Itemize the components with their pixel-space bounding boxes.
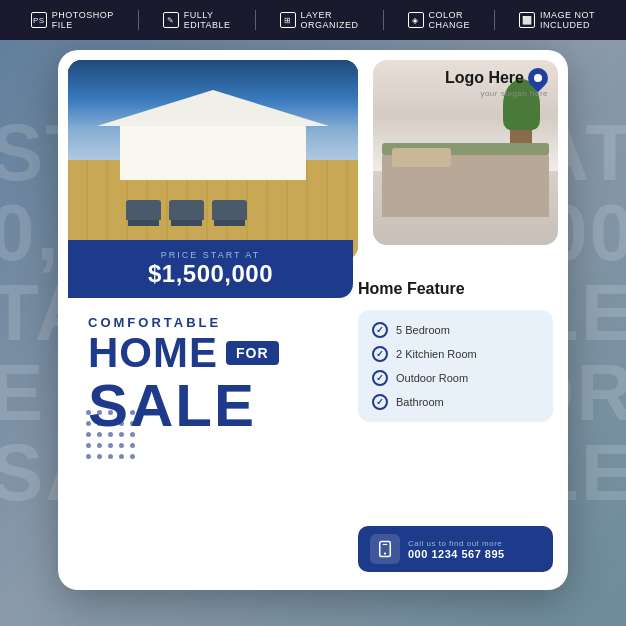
dot <box>108 432 113 437</box>
dot <box>97 432 102 437</box>
color-icon: ◈ <box>408 12 424 28</box>
feature-item-3: ✓ Outdoor Room <box>372 370 539 386</box>
feature-title: Home Feature <box>358 280 553 298</box>
outdoor-image <box>68 60 358 260</box>
topbar-label-color: COLOR CHANGE <box>429 10 471 30</box>
comfortable-label: COMFORTABLE <box>88 315 348 330</box>
feature-item-4: ✓ Bathroom <box>372 394 539 410</box>
divider-4 <box>494 10 495 30</box>
contact-section: Call us to find out more 000 1234 567 89… <box>358 526 553 572</box>
contact-info: Call us to find out more 000 1234 567 89… <box>408 539 541 560</box>
price-value: $1,500,000 <box>148 260 273 288</box>
chair-1 <box>126 200 161 220</box>
for-badge: FOR <box>226 341 279 365</box>
topbar-item-editable: ✎ FULLY EDITABLE <box>163 10 231 30</box>
divider-2 <box>255 10 256 30</box>
dot <box>108 421 113 426</box>
dot-row-3 <box>86 432 135 437</box>
feature-text-1: 5 Bedroom <box>396 324 450 336</box>
topbar-item-image: ⬜ IMAGE NOT INCLUDED <box>519 10 595 30</box>
dot-row-5 <box>86 454 135 459</box>
dot <box>97 454 102 459</box>
feature-text-2: 2 Kitchien Room <box>396 348 477 360</box>
dot <box>119 443 124 448</box>
checkmark-1: ✓ <box>376 325 384 335</box>
home-text: HOME <box>88 332 218 374</box>
bedroom-bed <box>382 153 549 218</box>
dot-row-4 <box>86 443 135 448</box>
dot <box>108 410 113 415</box>
dot-row-2 <box>86 421 135 426</box>
topbar-label-image: IMAGE NOT INCLUDED <box>540 10 595 30</box>
top-bar: PS PHOTOSHOP FILE ✎ FULLY EDITABLE ⊞ LAY… <box>0 0 626 40</box>
price-section: PRICE START AT $1,500,000 <box>68 240 353 298</box>
topbar-item-color: ◈ COLOR CHANGE <box>408 10 471 30</box>
checkmark-2: ✓ <box>376 349 384 359</box>
feature-list: ✓ 5 Bedroom ✓ 2 Kitchien Room ✓ Outdoor … <box>358 310 553 422</box>
layer-icon: ⊞ <box>280 12 296 28</box>
pin-icon <box>524 64 552 92</box>
logo-area: Logo Here your slogan here <box>445 68 548 98</box>
dot <box>86 443 91 448</box>
phone-icon-box <box>370 534 400 564</box>
logo-row: Logo Here <box>445 68 548 88</box>
dot <box>130 443 135 448</box>
check-icon-4: ✓ <box>372 394 388 410</box>
phone-number: 000 1234 567 895 <box>408 548 541 560</box>
main-card: Logo Here your slogan here PRICE START A… <box>58 50 568 590</box>
check-icon-3: ✓ <box>372 370 388 386</box>
topbar-item-layer: ⊞ LAYER ORGANIZED <box>280 10 359 30</box>
chair-3 <box>212 200 247 220</box>
divider-1 <box>138 10 139 30</box>
images-section: Logo Here your slogan here <box>58 50 568 270</box>
price-label: PRICE START AT <box>161 250 260 260</box>
chair-2 <box>169 200 204 220</box>
ps-icon: PS <box>31 12 47 28</box>
home-for-row: HOME FOR <box>88 332 348 374</box>
dot <box>119 454 124 459</box>
logo-text: Logo Here <box>445 69 524 87</box>
outdoor-image-inner <box>68 60 358 260</box>
divider-3 <box>383 10 384 30</box>
dot <box>86 421 91 426</box>
dot <box>86 432 91 437</box>
topbar-label-photoshop: PHOTOSHOP FILE <box>52 10 114 30</box>
checkmark-4: ✓ <box>376 397 384 407</box>
house-roof <box>97 90 329 126</box>
call-us-label: Call us to find out more <box>408 539 541 548</box>
bedroom-pillow <box>392 148 450 167</box>
dot <box>130 454 135 459</box>
dot <box>119 432 124 437</box>
feature-text-4: Bathroom <box>396 396 444 408</box>
deck-chairs <box>126 170 329 220</box>
feature-panel: Home Feature ✓ 5 Bedroom ✓ 2 Kitchien Ro… <box>358 280 553 434</box>
feature-text-3: Outdoor Room <box>396 372 468 384</box>
dot <box>97 410 102 415</box>
feature-item-2: ✓ 2 Kitchien Room <box>372 346 539 362</box>
svg-point-1 <box>384 552 386 554</box>
image-icon: ⬜ <box>519 12 535 28</box>
edit-icon: ✎ <box>163 12 179 28</box>
dot <box>86 454 91 459</box>
dot <box>86 410 91 415</box>
dot-grid <box>86 410 135 465</box>
dot <box>108 443 113 448</box>
dot <box>97 421 102 426</box>
phone-icon <box>376 540 394 558</box>
check-icon-1: ✓ <box>372 322 388 338</box>
pin-inner <box>534 74 542 82</box>
dot <box>130 410 135 415</box>
checkmark-3: ✓ <box>376 373 384 383</box>
topbar-label-layer: LAYER ORGANIZED <box>301 10 359 30</box>
dot <box>130 432 135 437</box>
dot <box>97 443 102 448</box>
feature-item-1: ✓ 5 Bedroom <box>372 322 539 338</box>
dot <box>119 410 124 415</box>
dot-row-1 <box>86 410 135 415</box>
check-icon-2: ✓ <box>372 346 388 362</box>
topbar-label-editable: FULLY EDITABLE <box>184 10 231 30</box>
dot <box>130 421 135 426</box>
house-shape <box>97 90 329 180</box>
dot <box>119 421 124 426</box>
topbar-item-photoshop: PS PHOTOSHOP FILE <box>31 10 114 30</box>
